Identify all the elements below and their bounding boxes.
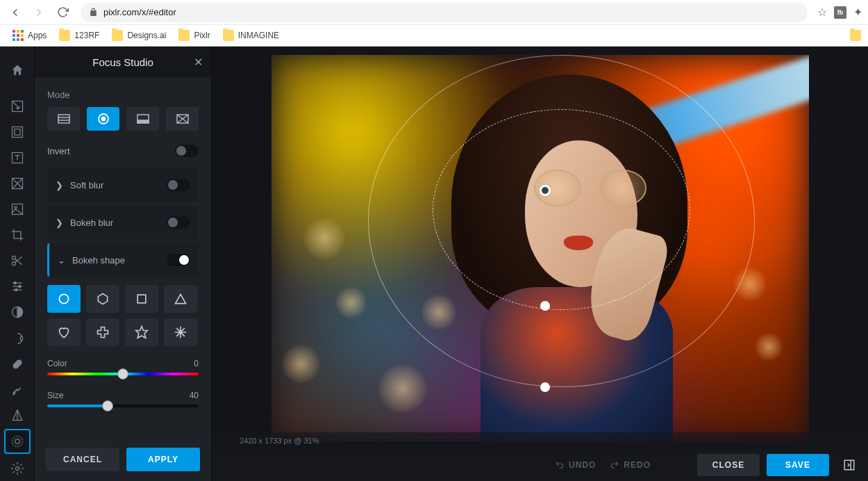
focus-tool-icon[interactable] <box>4 429 31 453</box>
cancel-button[interactable]: CANCEL <box>46 448 119 471</box>
puzzle-icon[interactable]: ✦ <box>853 6 862 19</box>
text-tool-icon[interactable] <box>4 145 31 170</box>
shape-heart[interactable] <box>47 318 81 346</box>
undo-button[interactable]: UNDO <box>555 460 596 470</box>
crop-tool-icon[interactable] <box>4 223 31 247</box>
svg-rect-27 <box>137 295 146 303</box>
home-icon[interactable] <box>4 58 31 82</box>
invert-label: Invert <box>47 146 70 156</box>
svg-point-14 <box>12 437 22 447</box>
reload-button[interactable] <box>53 3 72 22</box>
browser-toolbar: pixlr.com/x/#editor ☆ fb ✦ <box>0 0 868 24</box>
bookmark-123rf[interactable]: 123RF <box>53 27 105 44</box>
folder-icon[interactable] <box>850 30 861 41</box>
liquify-tool-icon[interactable] <box>4 326 31 350</box>
apps-bookmark[interactable]: Apps <box>7 27 52 44</box>
panel-title: Focus Studio <box>92 56 153 68</box>
svg-marker-28 <box>176 294 186 303</box>
shape-triangle[interactable] <box>164 285 197 313</box>
apply-button[interactable]: APPLY <box>126 448 200 471</box>
mode-label: Mode <box>47 90 199 100</box>
svg-point-25 <box>59 294 68 303</box>
save-button[interactable]: SAVE <box>767 454 829 476</box>
extension-icon[interactable]: fb <box>834 6 846 19</box>
tool-rail <box>0 47 35 481</box>
svg-rect-1 <box>12 127 22 137</box>
section-soft-blur[interactable]: ❯Soft blur <box>47 168 199 202</box>
color-label: Color <box>47 359 67 368</box>
chevron-right-icon: ❯ <box>56 218 63 228</box>
svg-rect-17 <box>58 115 69 123</box>
panel-header: Focus Studio ✕ <box>35 47 211 77</box>
settings-icon[interactable] <box>4 457 31 481</box>
canvas-dimensions: 2420 x 1733 px @ 31% <box>240 437 319 445</box>
svg-marker-26 <box>98 294 107 304</box>
mode-full[interactable] <box>126 107 159 131</box>
svg-rect-13 <box>11 358 22 369</box>
bokeh-blur-toggle[interactable] <box>167 216 190 229</box>
svg-point-9 <box>14 282 16 284</box>
svg-point-16 <box>15 467 19 471</box>
bookmark-designsai[interactable]: Designs.ai <box>106 27 172 44</box>
draw-tool-icon[interactable] <box>4 377 31 402</box>
fill-tool-icon[interactable] <box>4 171 31 195</box>
cutout-tool-icon[interactable] <box>4 249 31 273</box>
forward-button[interactable] <box>29 3 49 22</box>
side-panel: Focus Studio ✕ Mode Invert ❯Soft blur ❯B… <box>35 47 212 481</box>
close-icon[interactable]: ✕ <box>194 56 203 69</box>
soft-blur-toggle[interactable] <box>167 179 190 191</box>
folder-icon <box>178 30 190 41</box>
size-slider[interactable] <box>47 405 199 407</box>
chevron-right-icon: ❯ <box>56 180 63 190</box>
back-button[interactable] <box>6 3 25 22</box>
close-button[interactable]: CLOSE <box>697 454 760 476</box>
bottom-bar: UNDO REDO CLOSE SAVE <box>212 449 868 481</box>
shape-plus[interactable] <box>86 318 119 346</box>
canvas-image[interactable] <box>272 55 809 441</box>
shape-circle[interactable] <box>47 285 81 313</box>
folder-icon <box>59 30 70 41</box>
bookmark-pixlr[interactable]: Pixlr <box>173 27 215 44</box>
mode-radial[interactable] <box>87 107 119 131</box>
shape-sparkle[interactable] <box>164 318 197 346</box>
url-text: pixlr.com/x/#editor <box>103 7 176 17</box>
bookmarks-bar: Apps 123RF Designs.ai Pixlr INMAGINE <box>0 24 868 47</box>
svg-point-11 <box>15 289 17 291</box>
folder-icon <box>112 30 123 41</box>
canvas-area <box>212 47 868 481</box>
apps-icon <box>12 30 24 41</box>
section-bokeh-shape[interactable]: ⌄Bokeh shape <box>47 243 199 277</box>
chevron-down-icon: ⌄ <box>58 255 65 266</box>
section-bokeh-blur[interactable]: ❯Bokeh blur <box>47 206 199 239</box>
status-bar: 2420 x 1733 px @ 31% <box>212 432 868 449</box>
svg-marker-29 <box>136 327 148 339</box>
arrange-tool-icon[interactable] <box>4 94 31 118</box>
svg-point-21 <box>101 117 105 121</box>
color-slider[interactable] <box>47 373 199 375</box>
color-value: 0 <box>194 359 199 368</box>
frame-tool-icon[interactable] <box>4 120 31 144</box>
redo-button[interactable]: REDO <box>610 460 651 470</box>
shape-hexagon[interactable] <box>86 285 119 313</box>
folder-icon <box>223 30 234 41</box>
size-label: Size <box>47 391 63 400</box>
image-tool-icon[interactable] <box>4 197 31 221</box>
bokeh-shape-toggle[interactable] <box>167 254 190 266</box>
canvas-viewport[interactable] <box>212 47 868 481</box>
svg-point-15 <box>15 439 19 444</box>
lock-icon <box>89 8 98 17</box>
adjust-tool-icon[interactable] <box>4 275 31 299</box>
bookmark-inmagine[interactable]: INMAGINE <box>217 27 285 44</box>
heal-tool-icon[interactable] <box>4 352 31 376</box>
contrast-tool-icon[interactable] <box>4 300 31 325</box>
shape-square[interactable] <box>125 285 158 313</box>
address-bar[interactable]: pixlr.com/x/#editor <box>81 3 808 22</box>
mode-none[interactable] <box>166 107 199 131</box>
mode-linear[interactable] <box>47 107 80 131</box>
toggle-right-panel-icon[interactable] <box>840 454 858 476</box>
shape-star[interactable] <box>125 318 158 346</box>
invert-toggle[interactable] <box>175 145 199 157</box>
svg-point-10 <box>18 286 20 288</box>
sharpen-tool-icon[interactable] <box>4 403 31 427</box>
star-icon[interactable]: ☆ <box>817 6 827 19</box>
